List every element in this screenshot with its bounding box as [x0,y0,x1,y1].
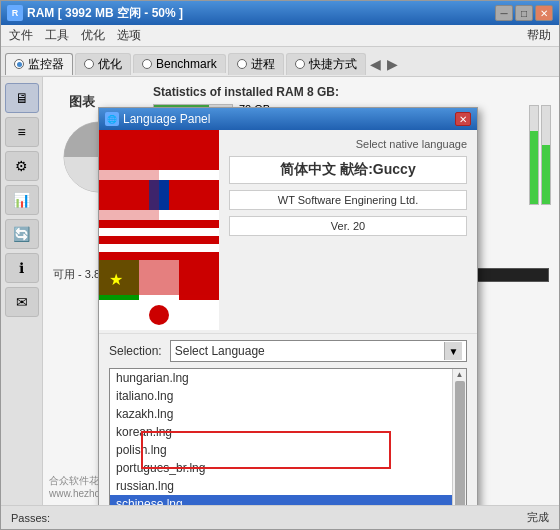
title-bar-controls: ─ □ ✕ [495,5,553,21]
dropdown-item-6[interactable]: russian.lng [110,477,452,495]
tab-arrow-left[interactable]: ◀ [368,56,383,72]
sidebar-list[interactable]: ≡ [5,117,39,147]
language-combo[interactable]: Select Language ▼ [170,340,467,362]
combo-text: Select Language [175,344,444,358]
help-button[interactable]: 帮助 [527,27,551,44]
svg-rect-10 [99,228,219,236]
title-bar-left: R RAM [ 3992 MB 空闲 - 50% ] [7,5,183,22]
sidebar: 🖥 ≡ ⚙ 📊 🔄 ℹ ✉ [1,77,43,505]
tab-benchmark-label: Benchmark [156,57,217,71]
dropdown-list: hungarian.lng italiano.lng kazakh.lng ko… [109,368,467,505]
main-content: 🖥 ≡ ⚙ 📊 🔄 ℹ ✉ 图表 [1,77,559,505]
maximize-button[interactable]: □ [515,5,533,21]
tab-process[interactable]: 进程 [228,53,284,75]
tab-shortcut[interactable]: 快捷方式 [286,53,366,75]
svg-rect-5 [169,180,219,210]
tab-radio-optimize [84,59,94,69]
combo-arrow[interactable]: ▼ [444,342,462,360]
tab-benchmark[interactable]: Benchmark [133,54,226,73]
svg-rect-12 [99,244,219,252]
title-bar: R RAM [ 3992 MB 空闲 - 50% ] ─ □ ✕ [1,1,559,25]
dropdown-item-4[interactable]: polish.lng [110,441,452,459]
tab-radio-process [237,59,247,69]
menu-file[interactable]: 文件 [9,27,33,44]
scroll-thumb[interactable] [455,381,465,505]
content-area: 图表 Statistics of installed RAM 8 GB: [43,77,559,505]
minimize-button[interactable]: ─ [495,5,513,21]
svg-rect-13 [99,252,219,260]
dropdown-item-0[interactable]: hungarian.lng [110,369,452,387]
passes-label: Passes: [11,512,50,524]
tab-optimize[interactable]: 优化 [75,53,131,75]
dialog-info: Select native language 简体中文 献给:Guccy WT … [219,130,477,333]
sidebar-refresh[interactable]: 🔄 [5,219,39,249]
svg-text:★: ★ [109,271,123,288]
sidebar-chart[interactable]: 📊 [5,185,39,215]
dropdown-item-5[interactable]: portugues_br.lng [110,459,452,477]
dropdown-items: hungarian.lng italiano.lng kazakh.lng ko… [110,369,452,505]
tab-optimize-label: 优化 [98,56,122,73]
dialog-title-bar: 🌐 Language Panel ✕ [99,108,477,130]
menu-tools[interactable]: 工具 [45,27,69,44]
menu-items: 文件 工具 优化 选项 [9,27,141,44]
dialog-title: Language Panel [123,112,210,126]
vert-bar-fill-0 [530,131,538,205]
vert-bar-0 [529,105,539,205]
footer: Passes: 完成 [1,505,559,529]
tab-radio-inner [17,62,22,67]
dropdown-inner: hungarian.lng italiano.lng kazakh.lng ko… [110,369,466,505]
tab-radio-benchmark [142,59,152,69]
app-icon: R [7,5,23,21]
sidebar-info[interactable]: ℹ [5,253,39,283]
tab-shortcut-label: 快捷方式 [309,56,357,73]
dropdown-item-7[interactable]: schinese.lng [110,495,452,505]
svg-point-18 [149,305,169,325]
menu-bar: 文件 工具 优化 选项 帮助 [1,25,559,47]
tab-process-label: 进程 [251,56,275,73]
tab-monitor[interactable]: 监控器 [5,53,73,75]
dropdown-item-1[interactable]: italiano.lng [110,387,452,405]
language-dialog: 🌐 Language Panel ✕ [98,107,478,505]
dropdown-container: hungarian.lng italiano.lng kazakh.lng ko… [99,368,477,505]
vert-bar-1 [541,105,551,205]
vert-bar-fill-1 [542,145,550,204]
tab-radio-shortcut [295,59,305,69]
dropdown-item-2[interactable]: kazakh.lng [110,405,452,423]
finish-label: 完成 [527,510,549,525]
sidebar-monitor[interactable]: 🖥 [5,83,39,113]
menu-optimize[interactable]: 优化 [81,27,105,44]
main-window: R RAM [ 3992 MB 空闲 - 50% ] ─ □ ✕ 文件 工具 优… [0,0,560,530]
sidebar-mail[interactable]: ✉ [5,287,39,317]
tab-monitor-label: 监控器 [28,56,64,73]
svg-rect-11 [99,236,219,244]
menu-options[interactable]: 选项 [117,27,141,44]
close-button[interactable]: ✕ [535,5,553,21]
dialog-icon: 🌐 [105,112,119,126]
stats-title: Statistics of installed RAM 8 GB: [153,85,545,99]
native-lang-label: Select native language [229,138,467,150]
version: Ver. 20 [229,216,467,236]
flag-collage: ★ [99,130,219,330]
selection-label: Selection: [109,344,162,358]
dialog-title-left: 🌐 Language Panel [105,112,210,126]
dialog-selection: Selection: Select Language ▼ [99,333,477,368]
sidebar-settings[interactable]: ⚙ [5,151,39,181]
tab-radio-monitor [14,59,24,69]
dialog-body: ★ Select native language 简体中文 献给:Guccy W… [99,130,477,333]
flag-area: ★ [99,130,219,333]
company-name: WT Software Enginering Ltd. [229,190,467,210]
dialog-close-button[interactable]: ✕ [455,112,471,126]
app-title: RAM [ 3992 MB 空闲 - 50% ] [27,5,183,22]
dropdown-scrollbar[interactable]: ▲ ▼ [452,369,466,505]
svg-rect-8 [99,130,159,220]
dropdown-item-3[interactable]: korean.lng [110,423,452,441]
tab-bar: 监控器 优化 Benchmark 进程 快捷方式 ◀ ▶ [1,47,559,77]
svg-rect-9 [99,220,219,228]
scroll-up[interactable]: ▲ [456,370,464,379]
tab-arrow-right[interactable]: ▶ [385,56,400,72]
chart-title: 图表 [69,93,95,111]
lang-name: 简体中文 献给:Guccy [229,156,467,184]
